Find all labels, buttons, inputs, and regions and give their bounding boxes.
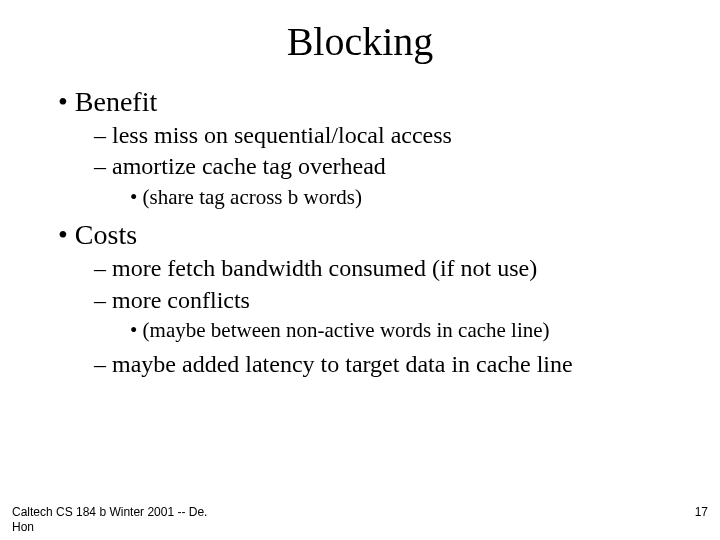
bullet-benefit-sub1: less miss on sequential/local access — [58, 121, 690, 150]
footer-left: Caltech CS 184 b Winter 2001 -- De. Hon — [12, 505, 212, 534]
bullet-costs-sub1: more fetch bandwidth consumed (if not us… — [58, 254, 690, 283]
footer-page-number: 17 — [695, 505, 708, 519]
slide-footer: Caltech CS 184 b Winter 2001 -- De. Hon … — [12, 505, 708, 534]
bullet-costs-sub2-detail: (maybe between non-active words in cache… — [58, 318, 690, 344]
bullet-benefit-label: Benefit — [75, 86, 157, 117]
bullet-benefit-sub2-detail: (share tag across b words) — [58, 185, 690, 211]
slide: Blocking Benefit less miss on sequential… — [0, 0, 720, 540]
bullet-costs-sub3: maybe added latency to target data in ca… — [58, 350, 690, 379]
bullet-costs-label: Costs — [75, 219, 137, 250]
slide-title: Blocking — [0, 0, 720, 77]
slide-content: Benefit less miss on sequential/local ac… — [0, 85, 720, 379]
bullet-benefit-sub2: amortize cache tag overhead — [58, 152, 690, 181]
bullet-benefit: Benefit — [58, 85, 690, 119]
bullet-costs: Costs — [58, 218, 690, 252]
bullet-costs-sub2: more conflicts — [58, 286, 690, 315]
